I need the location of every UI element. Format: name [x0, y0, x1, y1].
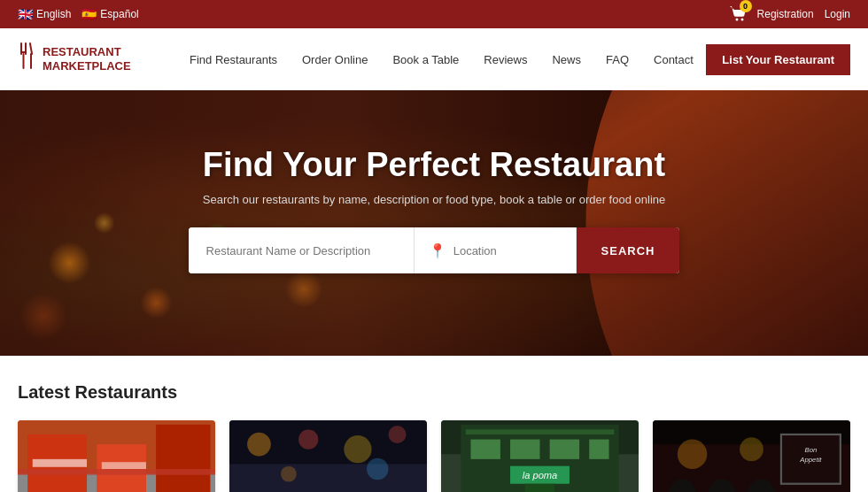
- svg-point-20: [344, 435, 371, 463]
- svg-rect-14: [33, 459, 87, 467]
- svg-rect-12: [156, 425, 210, 492]
- hero-content: Find Your Perfect Restaurant Search our …: [171, 146, 698, 273]
- svg-rect-5: [23, 53, 25, 69]
- registration-link[interactable]: Registration: [757, 8, 814, 20]
- restaurant-card-image-3: la poma: [441, 420, 639, 492]
- list-restaurant-button[interactable]: List Your Restaurant: [706, 44, 850, 75]
- hero-subtitle: Search our restaurants by name, descript…: [189, 193, 680, 206]
- cart-count: 0: [740, 0, 752, 12]
- svg-text:Bon: Bon: [804, 446, 817, 454]
- svg-point-22: [281, 466, 297, 482]
- navbar: RESTAURANT MARKETPLACE Find Restaurants …: [0, 28, 868, 90]
- svg-text:Appetit: Appetit: [799, 456, 822, 464]
- svg-point-40: [740, 437, 763, 461]
- english-lang[interactable]: 🇬🇧 English: [18, 7, 71, 21]
- search-name-input[interactable]: [189, 227, 415, 273]
- svg-rect-33: [589, 440, 608, 459]
- hero-section: Find Your Perfect Restaurant Search our …: [0, 90, 868, 356]
- svg-rect-6: [29, 42, 33, 55]
- restaurant-card-image-4: Bon Appetit: [653, 420, 850, 492]
- logo[interactable]: RESTAURANT MARKETPLACE: [18, 41, 159, 78]
- search-bar: 📍 SEARCH: [189, 227, 680, 273]
- restaurant-card-2[interactable]: [229, 420, 427, 492]
- nav-links: Find Restaurants Order Online Book a Tab…: [177, 28, 706, 90]
- svg-point-18: [247, 433, 271, 457]
- svg-rect-36: [525, 484, 554, 492]
- restaurant-grid: la poma Bon Appetit: [18, 420, 850, 492]
- restaurant-card-image-1: [18, 420, 215, 492]
- nav-faq[interactable]: FAQ: [593, 28, 641, 90]
- restaurant-card-1[interactable]: [18, 420, 215, 492]
- svg-rect-17: [229, 464, 427, 492]
- nav-book-table[interactable]: Book a Table: [380, 28, 471, 90]
- svg-rect-32: [550, 440, 579, 459]
- section-title: Latest Restaurants: [18, 382, 850, 403]
- svg-point-39: [678, 440, 707, 469]
- search-location-wrap: 📍: [415, 227, 577, 273]
- uk-flag-icon: 🇬🇧: [18, 7, 33, 21]
- nav-find-restaurants[interactable]: Find Restaurants: [177, 28, 290, 90]
- hero-title: Find Your Perfect Restaurant: [189, 146, 680, 184]
- svg-rect-15: [102, 462, 146, 469]
- english-label: English: [36, 8, 71, 20]
- top-bar-right: 0 Registration Login: [729, 5, 850, 24]
- spanish-label: Español: [100, 8, 138, 20]
- login-link[interactable]: Login: [825, 8, 850, 20]
- nav-order-online[interactable]: Order Online: [290, 28, 380, 90]
- svg-point-1: [740, 18, 743, 20]
- logo-svg-icon: [18, 41, 35, 73]
- restaurant-card-4[interactable]: Bon Appetit: [653, 420, 850, 492]
- nav-news[interactable]: News: [539, 28, 593, 90]
- location-pin-icon: 📍: [429, 242, 446, 259]
- top-bar: 🇬🇧 English 🇪🇸 Español 0 Registration Log…: [0, 0, 868, 28]
- svg-point-23: [367, 458, 389, 480]
- restaurant-card-image-2: [229, 420, 427, 492]
- es-flag-icon: 🇪🇸: [81, 7, 97, 21]
- svg-rect-13: [18, 469, 215, 475]
- nav-contact[interactable]: Contact: [641, 28, 706, 90]
- language-selector: 🇬🇧 English 🇪🇸 Español: [18, 7, 139, 21]
- svg-point-19: [298, 429, 318, 449]
- svg-rect-30: [470, 440, 500, 459]
- svg-rect-4: [20, 51, 27, 53]
- search-button[interactable]: SEARCH: [577, 227, 680, 273]
- svg-point-21: [389, 426, 407, 443]
- spanish-lang[interactable]: 🇪🇸 Español: [81, 7, 138, 21]
- nav-reviews[interactable]: Reviews: [471, 28, 539, 90]
- cart-button[interactable]: 0: [729, 5, 747, 24]
- restaurant-card-3[interactable]: la poma: [441, 420, 639, 492]
- svg-rect-7: [30, 53, 32, 69]
- svg-point-0: [735, 18, 738, 20]
- svg-rect-31: [510, 440, 539, 459]
- logo-text: RESTAURANT MARKETPLACE: [43, 45, 131, 73]
- latest-restaurants-section: Latest Restaurants: [0, 356, 868, 492]
- search-location-input[interactable]: [453, 227, 562, 273]
- svg-text:la poma: la poma: [523, 470, 558, 480]
- svg-rect-29: [466, 429, 614, 434]
- fork-knife-icon: [18, 41, 35, 78]
